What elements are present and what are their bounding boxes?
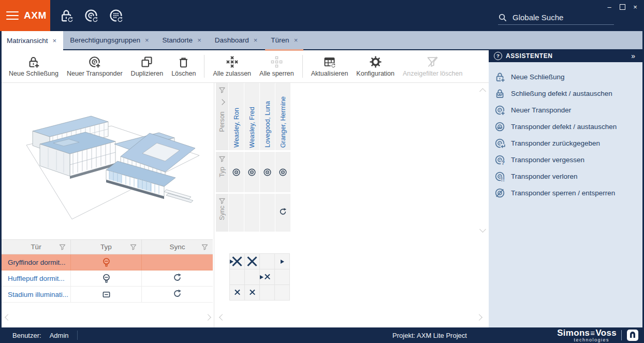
tool-label: Duplizieren (131, 70, 164, 77)
door-row-hufflepuff[interactable]: Hufflepuff dormit... (2, 270, 213, 287)
auth-cell[interactable] (260, 285, 275, 301)
hamburger-menu-icon[interactable] (6, 11, 19, 20)
squares-icon (270, 55, 283, 68)
gear-icon (369, 55, 382, 68)
scroll-right-icon[interactable] (476, 314, 482, 321)
auth-cell[interactable] (260, 269, 275, 285)
tab-close-icon[interactable]: × (197, 36, 201, 44)
filter-icon[interactable] (219, 87, 226, 93)
scroll-right-icon[interactable] (204, 314, 211, 321)
filter-clear-icon (426, 55, 439, 68)
auth-cell[interactable] (275, 285, 290, 301)
matrix-symbol-cross (232, 256, 242, 267)
refresh-button[interactable]: Aktualisieren (311, 55, 348, 77)
person-column-granger-hermine[interactable]: Granger, Hermine (275, 83, 290, 150)
person-column-weasley-ron[interactable]: Weasley, Ron (229, 83, 244, 150)
assistant-lock-defect[interactable]: Schließung defekt / austauschen (489, 85, 642, 102)
auth-cell[interactable] (230, 269, 245, 285)
filter-icon[interactable] (201, 244, 208, 250)
column-header-tuer[interactable]: Tür (2, 240, 71, 254)
person-column-lovegood-luna[interactable]: Lovegood, Luna (260, 83, 275, 150)
filter-icon[interactable] (219, 155, 226, 162)
tool-label: Aktualisieren (311, 70, 348, 77)
auth-cell[interactable] (275, 269, 290, 285)
tool-label: Neue Schließung (9, 70, 58, 77)
tab-dashboard[interactable]: Dashboard × (208, 31, 265, 49)
tab-berechtigungsgruppen[interactable]: Berechtigungsgruppen × (63, 31, 155, 49)
person-header: Person (216, 83, 228, 150)
new-transponder-button[interactable]: Neuer Transponder (67, 55, 123, 77)
tab-label: Standorte (163, 36, 193, 44)
column-header-typ[interactable]: Typ (71, 240, 142, 254)
tab-close-icon[interactable]: × (294, 36, 298, 44)
assistant-label: Transponder vergessen (511, 156, 584, 164)
maximize-button[interactable] (618, 2, 627, 11)
duplicate-button[interactable]: Duplizieren (131, 55, 164, 77)
transponder-icon (279, 168, 287, 177)
assistants-list: Neue Schließung Schließung defekt / aust… (489, 62, 642, 201)
pinpad-sync-button[interactable] (106, 5, 126, 26)
expand-columns-icon[interactable] (219, 99, 225, 105)
auth-cell[interactable] (230, 254, 245, 269)
scroll-left-icon[interactable] (219, 314, 226, 321)
user-status: Benutzer: Admin (12, 327, 78, 343)
project-label: Projekt: AXM Lite Project (392, 332, 467, 339)
assistant-transponder-lost[interactable]: !! Transponder verloren (489, 168, 642, 184)
collapse-panel-icon[interactable]: » (631, 52, 637, 60)
minimize-button[interactable]: – (605, 2, 614, 11)
typ-cell (275, 152, 290, 192)
search-input[interactable] (511, 12, 607, 22)
sync-icon (172, 273, 182, 282)
scroll-left-icon[interactable] (5, 314, 11, 321)
assistant-transponder-defect[interactable]: Transponder defekt / austauschen (489, 118, 642, 135)
assistant-transponder-forgotten[interactable]: ? Transponder vergessen (489, 151, 642, 168)
auth-cell[interactable] (260, 254, 275, 269)
filter-icon[interactable] (219, 197, 226, 204)
cylinder-icon (101, 258, 111, 267)
transponder-sync-button[interactable] (81, 5, 101, 26)
auth-cell[interactable] (230, 285, 245, 301)
scroll-up-icon[interactable] (479, 88, 486, 95)
new-lock-button[interactable]: Neue Schließung (9, 55, 58, 77)
allow-all-button[interactable]: Alle zulassen (213, 55, 251, 77)
door-row-gryffindor[interactable]: Gryffindor dormit... (2, 254, 213, 270)
column-header-sync[interactable]: Sync (142, 240, 213, 254)
tab-close-icon[interactable]: × (53, 37, 57, 45)
global-search (498, 12, 614, 25)
assistant-label: Schließung defekt / austauschen (511, 90, 612, 97)
assistants-header: ? ASSISTENTEN » (489, 49, 642, 62)
lock-sync-button[interactable] (56, 5, 77, 26)
door-row-stadium[interactable]: Stadium illuminati... (2, 287, 213, 303)
assistant-transponder-returned[interactable]: Transponder zurückgegeben (489, 135, 642, 151)
delete-button[interactable]: Löschen (171, 55, 196, 77)
brand-name-left: Simons (557, 328, 590, 337)
smartrelay-icon (101, 290, 111, 299)
door-name: Stadium illuminati... (2, 291, 68, 298)
door-name: Hufflepuff dormit... (2, 275, 65, 282)
assistant-new-lock[interactable]: Neue Schließung (489, 68, 642, 85)
tab-matrixansicht[interactable]: Matrixansicht × (0, 31, 63, 50)
tab-label: Türen (271, 36, 289, 44)
quick-actions (56, 5, 126, 26)
auth-cell[interactable] (275, 254, 290, 269)
auth-cell[interactable] (245, 254, 260, 269)
auth-cell[interactable] (245, 285, 260, 301)
assistant-transponder-block[interactable]: Transponder sperren / entsperren (489, 184, 642, 201)
sync-icon (279, 207, 287, 216)
filter-icon[interactable] (130, 244, 137, 250)
tab-tueren[interactable]: Türen × (264, 31, 304, 49)
tab-standorte[interactable]: Standorte × (156, 31, 208, 49)
close-button[interactable]: × (631, 2, 640, 11)
tab-close-icon[interactable]: × (145, 36, 149, 44)
assistant-label: Transponder defekt / austauschen (511, 123, 617, 131)
configuration-button[interactable]: Konfiguration (356, 55, 394, 77)
person-column-weasley-fred[interactable]: Weasley, Fred (244, 83, 259, 150)
filter-icon[interactable] (59, 244, 66, 250)
matrix-symbol-arrow (260, 275, 264, 279)
assistant-new-transponder[interactable]: Neuer Transponder (489, 102, 642, 118)
tab-close-icon[interactable]: × (254, 36, 258, 44)
scroll-down-icon[interactable] (479, 226, 486, 233)
transponder-alert-icon: !! (494, 171, 505, 182)
auth-cell[interactable] (245, 269, 260, 285)
tool-label: Neuer Transponder (67, 70, 123, 77)
